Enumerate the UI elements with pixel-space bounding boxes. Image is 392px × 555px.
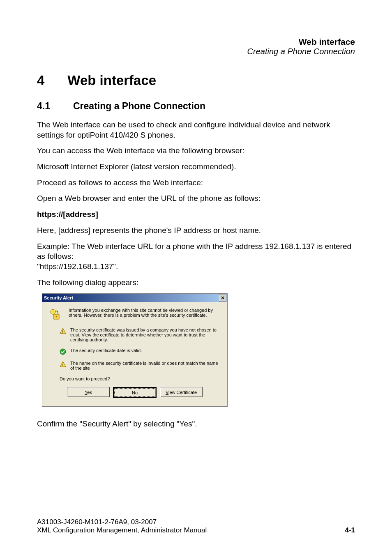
close-icon xyxy=(221,296,224,299)
mnemonic: V xyxy=(166,390,168,395)
no-button[interactable]: No xyxy=(113,387,157,398)
section-heading: 4.1 Creating a Phone Connection xyxy=(37,101,355,112)
dialog-prompt: Do you want to proceed? xyxy=(60,376,221,381)
warning-icon: ! xyxy=(60,328,66,334)
svg-point-1 xyxy=(56,316,57,318)
svg-text:!: ! xyxy=(62,363,64,367)
page-footer: A31003-J4260-M101-2-76A9, 03-2007 XML Co… xyxy=(37,518,355,534)
warning-icon: ! xyxy=(60,361,66,368)
page-number: 4-1 xyxy=(345,526,355,534)
button-label: es xyxy=(87,390,92,395)
footer-doc-title: XML Configuration Management, Administra… xyxy=(37,526,207,534)
running-header: Web interface Creating a Phone Connectio… xyxy=(37,37,355,56)
mnemonic: N xyxy=(132,390,135,395)
dialog-intro-row: ! Information you exchange with this sit… xyxy=(49,308,221,322)
footer-left: A31003-J4260-M101-2-76A9, 03-2007 XML Co… xyxy=(37,518,207,534)
dialog-titlebar: Security Alert xyxy=(42,294,227,302)
body-text: Proceed as follows to access the Web int… xyxy=(37,178,355,188)
view-certificate-button[interactable]: View Certificate xyxy=(160,387,203,397)
status-text: The name on the security certificate is … xyxy=(70,361,221,371)
dialog-button-row: Yes No View Certificate xyxy=(49,387,221,401)
body-text: The Web interface can be used to check a… xyxy=(37,120,355,140)
dialog-body: ! Information you exchange with this sit… xyxy=(42,302,227,406)
dialog-title-text: Security Alert xyxy=(44,295,73,300)
header-subtitle: Creating a Phone Connection xyxy=(37,47,355,56)
status-item: ! The security certificate was issued by… xyxy=(60,327,221,342)
status-text: The security certificate date is valid. xyxy=(70,348,142,353)
footer-doc-id: A31003-J4260-M101-2-76A9, 03-2007 xyxy=(37,518,207,526)
svg-text:!: ! xyxy=(62,329,64,334)
dialog-main-text: Information you exchange with this site … xyxy=(69,308,221,322)
chapter-heading: 4 Web interface xyxy=(37,73,355,88)
svg-point-6 xyxy=(60,349,66,355)
status-text: The security certificate was issued by a… xyxy=(70,327,221,342)
body-text: Example: The Web interface URL for a pho… xyxy=(37,242,355,272)
body-text: The following dialog appears: xyxy=(37,278,355,288)
yes-button[interactable]: Yes xyxy=(67,387,110,397)
close-button[interactable] xyxy=(219,294,226,302)
check-icon xyxy=(60,348,66,355)
chapter-number: 4 xyxy=(37,73,44,88)
security-alert-dialog: Security Alert ! Information you exchang… xyxy=(42,293,228,407)
section-number: 4.1 xyxy=(37,101,50,112)
body-text: Open a Web browser and enter the URL of … xyxy=(37,193,355,204)
button-label: iew Certificate xyxy=(168,390,197,395)
body-text: Confirm the "Security Alert" by selectin… xyxy=(37,419,355,429)
lock-warning-icon: ! xyxy=(49,308,63,322)
url-example: https://[address] xyxy=(37,210,355,220)
chapter-title: Web interface xyxy=(67,73,156,88)
body-text: You can access the Web interface via the… xyxy=(37,146,355,156)
button-label: o xyxy=(135,390,138,395)
status-item: ! The name on the security certificate i… xyxy=(60,361,221,371)
body-text: Microsoft Internet Explorer (latest vers… xyxy=(37,162,355,172)
header-title: Web interface xyxy=(37,37,355,47)
section-title: Creating a Phone Connection xyxy=(73,101,205,112)
page: Web interface Creating a Phone Connectio… xyxy=(0,0,392,555)
body-text: Here, [address] represents the phone's I… xyxy=(37,226,355,236)
status-item: The security certificate date is valid. xyxy=(60,348,221,355)
svg-text:!: ! xyxy=(53,310,54,314)
dialog-status-list: ! The security certificate was issued by… xyxy=(60,327,221,371)
